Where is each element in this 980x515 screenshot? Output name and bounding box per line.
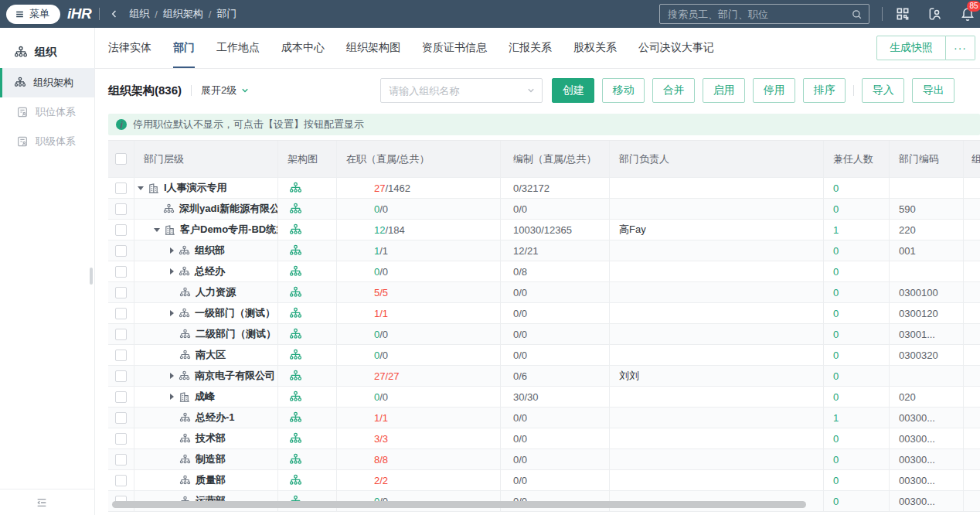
onduty-first: 1	[374, 308, 379, 319]
qr-code-icon[interactable]	[895, 6, 910, 22]
tab-legal-entity[interactable]: 法律实体	[108, 28, 151, 68]
horizontal-scrollbar[interactable]	[112, 501, 806, 508]
sidebar-scroll-handle[interactable]	[90, 268, 93, 285]
view-org-chart-icon[interactable]	[289, 474, 302, 487]
expand-levels-dropdown[interactable]: 展开2级	[201, 84, 250, 97]
topbar-icons: 85	[895, 6, 975, 22]
view-org-chart-icon[interactable]	[289, 182, 302, 195]
view-org-chart-icon[interactable]	[289, 391, 302, 404]
expand-arrow[interactable]	[170, 394, 174, 400]
generate-snapshot-button[interactable]: 生成快照	[876, 36, 946, 60]
enable-button[interactable]: 启用	[703, 78, 745, 103]
expand-arrow[interactable]	[170, 247, 174, 254]
table-row[interactable]: 总经办 0/0 0/8 0	[108, 261, 980, 282]
row-checkbox[interactable]	[115, 350, 127, 361]
department-name: 南大区	[196, 348, 226, 362]
menu-button[interactable]: 菜单	[6, 5, 60, 24]
row-checkbox[interactable]	[115, 454, 127, 466]
breadcrumb-department[interactable]: 部门	[216, 7, 236, 21]
notifications-bell-icon[interactable]: 85	[960, 6, 975, 22]
expand-arrow[interactable]	[138, 186, 144, 190]
row-checkbox[interactable]	[115, 475, 127, 486]
org-name-search[interactable]	[380, 78, 543, 103]
tab-department[interactable]: 部门	[173, 28, 195, 68]
view-org-chart-icon[interactable]	[289, 203, 302, 216]
global-search[interactable]	[659, 4, 869, 24]
row-checkbox[interactable]	[115, 412, 127, 424]
collapse-sidebar-icon[interactable]	[36, 496, 48, 509]
table-row[interactable]: 质量部 2/2 0/0 0 00300...	[108, 470, 980, 491]
row-checkbox[interactable]	[115, 266, 127, 278]
tab-reporting-lines[interactable]: 汇报关系	[509, 28, 552, 68]
disable-button[interactable]: 停用	[753, 78, 795, 103]
top-bar: 菜单 iHR 组织 / 组织架构 / 部门 85	[0, 0, 980, 28]
view-org-chart-icon[interactable]	[289, 328, 302, 341]
move-button[interactable]: 移动	[602, 78, 645, 103]
table-row[interactable]: 深圳yadi新能源有限公司 0/0 0/0 0 590	[108, 199, 980, 220]
sidebar-item-org-structure[interactable]: 组织架构	[0, 68, 94, 97]
headcount: 0/32172	[501, 178, 610, 198]
contacts-icon[interactable]	[927, 6, 943, 22]
global-search-input[interactable]	[668, 9, 851, 20]
breadcrumb-org[interactable]: 组织	[129, 7, 149, 21]
row-checkbox[interactable]	[115, 287, 127, 298]
row-checkbox[interactable]	[115, 391, 127, 403]
view-org-chart-icon[interactable]	[289, 349, 302, 362]
table-row[interactable]: 人力资源 5/5 0/0 0 0300100	[108, 282, 980, 303]
view-org-chart-icon[interactable]	[289, 432, 302, 445]
view-org-chart-icon[interactable]	[289, 411, 302, 425]
view-org-chart-icon[interactable]	[289, 286, 302, 299]
view-org-chart-icon[interactable]	[289, 244, 302, 258]
org-name-input[interactable]	[389, 85, 526, 97]
row-checkbox[interactable]	[115, 224, 127, 236]
expand-arrow[interactable]	[170, 310, 174, 316]
table-row[interactable]: 制造部 8/8 0/0 0 00300...	[108, 449, 980, 470]
sidebar-item-grade-system[interactable]: 职级体系	[0, 127, 94, 156]
table-row[interactable]: 南京电子有限公司 27/27 0/6 刘刘 0	[108, 366, 980, 387]
sidebar-item-position-system[interactable]: 职位体系	[0, 97, 94, 127]
table-row[interactable]: 成峰 0/0 30/30 0 020	[108, 387, 980, 408]
more-options-button[interactable]: ···	[946, 36, 975, 60]
tab-org-chart[interactable]: 组织架构图	[346, 28, 400, 68]
merge-button[interactable]: 合并	[652, 78, 695, 103]
row-checkbox[interactable]	[115, 203, 127, 215]
tab-certificates[interactable]: 资质证书信息	[422, 28, 487, 68]
view-org-chart-icon[interactable]	[289, 307, 302, 320]
back-button[interactable]	[109, 9, 120, 19]
tab-equity-relations[interactable]: 股权关系	[573, 28, 617, 68]
create-button[interactable]: 创建	[552, 78, 594, 103]
chevron-down-icon	[240, 86, 250, 95]
view-org-chart-icon[interactable]	[289, 453, 302, 466]
row-checkbox[interactable]	[115, 182, 127, 194]
expand-arrow[interactable]	[170, 373, 174, 379]
concurrent-count: 1	[824, 408, 890, 428]
expand-arrow[interactable]	[170, 268, 174, 275]
tab-cost-center[interactable]: 成本中心	[281, 28, 325, 68]
row-checkbox[interactable]	[115, 433, 127, 445]
row-checkbox[interactable]	[115, 370, 127, 382]
table-row[interactable]: 二级部门（测试） 0/0 0/0 0 03001...	[108, 324, 980, 345]
table-row[interactable]: 南大区 0/0 0/0 0 0300320	[108, 345, 980, 366]
view-org-chart-icon[interactable]	[289, 370, 302, 383]
view-org-chart-icon[interactable]	[289, 223, 302, 237]
org-node-icon	[179, 308, 190, 319]
table-row[interactable]: 技术部 3/3 0/0 0 00300...	[108, 428, 980, 449]
table-row[interactable]: 客户Demo专用-BD统筹 12/184 10030/12365 高Fay 1 …	[108, 220, 980, 240]
sort-button[interactable]: 排序	[803, 78, 846, 103]
row-checkbox[interactable]	[115, 329, 127, 340]
breadcrumb-org-structure[interactable]: 组织架构	[163, 7, 203, 21]
table-row[interactable]: 一级部门（测试） 1/1 0/0 0 0300120	[108, 303, 980, 324]
view-org-chart-icon[interactable]	[289, 265, 302, 278]
select-all-checkbox[interactable]	[115, 153, 127, 165]
tab-work-location[interactable]: 工作地点	[216, 28, 260, 68]
table-row[interactable]: 总经办-1 1/1 0/0 1 00300...	[108, 408, 980, 428]
expand-arrow[interactable]	[154, 228, 160, 232]
row-checkbox[interactable]	[115, 245, 127, 257]
row-checkbox[interactable]	[115, 308, 127, 319]
table-row[interactable]: I人事演示专用 27/1462 0/32172 0	[108, 178, 980, 199]
table-row[interactable]: 组织部 1/1 12/21 0 001	[108, 240, 980, 261]
tab-company-resolutions[interactable]: 公司决议大事记	[638, 28, 714, 68]
import-button[interactable]: 导入	[862, 78, 904, 103]
tree-cell: 总经办-1	[134, 408, 278, 428]
export-button[interactable]: 导出	[912, 78, 954, 103]
